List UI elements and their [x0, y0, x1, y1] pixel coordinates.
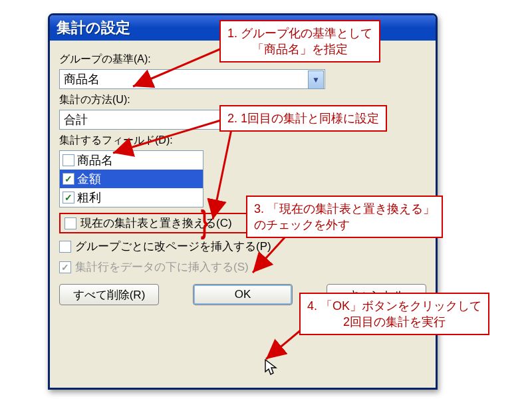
group-by-value: 商品名 — [64, 71, 100, 87]
checkbox-icon[interactable] — [63, 192, 74, 203]
annotation-1: 1. グループ化の基準として 「商品名」を指定 — [219, 20, 380, 63]
checkbox-icon[interactable] — [65, 217, 76, 229]
fields-listbox[interactable]: 商品名 金額 粗利 — [59, 150, 203, 207]
method-value: 合計 — [64, 112, 88, 128]
page-break-option[interactable]: グループごとに改ページを挿入する(P) — [59, 239, 426, 254]
cursor-icon — [265, 359, 278, 376]
dialog-title: 集計の設定 — [57, 18, 130, 38]
option-label: 現在の集計表と置き換える(C) — [80, 215, 232, 231]
list-item-label: 金額 — [77, 171, 101, 187]
option-label: 集計行をデータの下に挿入する(S) — [75, 259, 249, 275]
option-label: グループごとに改ページを挿入する(P) — [75, 239, 271, 254]
checkbox-icon[interactable] — [63, 154, 74, 166]
brace-annotation: } — [201, 203, 208, 240]
annotation-4: 4. 「OK」ボタンをクリックして 2回目の集計を実行 — [299, 293, 489, 335]
dropdown-icon[interactable]: ▼ — [308, 70, 324, 89]
summary-below-option: 集計行をデータの下に挿入する(S) — [59, 259, 426, 275]
ok-button[interactable]: OK — [193, 284, 293, 305]
list-item-label: 商品名 — [77, 152, 113, 168]
list-item-label: 粗利 — [77, 190, 101, 205]
list-item[interactable]: 商品名 — [60, 151, 203, 170]
list-item[interactable]: 金額 — [60, 170, 203, 188]
annotation-3: 3. 「現在の集計表と置き換える」 のチェックを外す — [246, 196, 443, 238]
fields-label: 集計するフィールド(D): — [59, 134, 426, 148]
group-by-combo[interactable]: 商品名 ▼ — [59, 69, 325, 89]
remove-all-button[interactable]: すべて削除(R) — [59, 284, 159, 305]
checkbox-icon[interactable] — [63, 173, 74, 185]
checkbox-icon[interactable] — [59, 241, 71, 253]
dialog-body: グループの基準(A): 商品名 ▼ 集計の方法(U): 合計 ▼ 集計するフィー… — [50, 41, 436, 315]
annotation-2: 2. 1回目の集計と同様に設定 — [219, 105, 387, 132]
list-item[interactable]: 粗利 — [60, 188, 203, 207]
checkbox-icon — [59, 261, 71, 273]
